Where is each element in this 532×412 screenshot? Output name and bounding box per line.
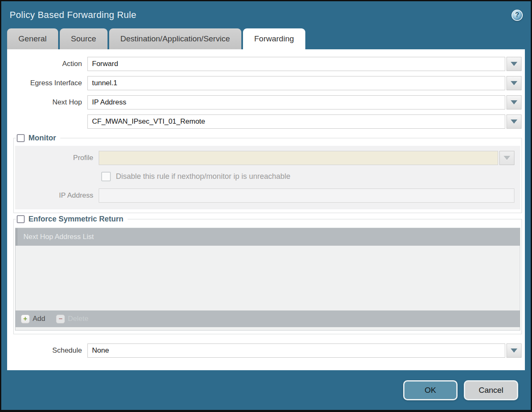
next-hop-type-select[interactable]: IP Address: [87, 95, 505, 109]
monitor-profile-row: Profile: [15, 151, 514, 165]
schedule-row: Schedule None: [7, 343, 525, 358]
symmetric-return-legend: Enforce Symmetric Return: [16, 215, 128, 224]
monitor-ip-input: [99, 188, 514, 203]
egress-interface-select[interactable]: tunnel.1: [87, 76, 505, 90]
monitor-ip-row: IP Address: [15, 188, 514, 203]
next-hop-address-row: CF_MWAN_IPsec_VTI_01_Remote: [7, 114, 525, 129]
egress-interface-dropdown-button[interactable]: [506, 76, 522, 90]
dialog-title: Policy Based Forwarding Rule: [10, 10, 136, 20]
policy-based-forwarding-dialog: Policy Based Forwarding Rule ? General S…: [0, 0, 532, 412]
table-bottom-strip: [15, 327, 520, 330]
schedule-value: None: [92, 346, 109, 355]
chevron-down-icon: [511, 62, 517, 66]
chevron-down-icon: [511, 81, 517, 85]
next-hop-type-value: IP Address: [92, 98, 126, 107]
next-hop-address-table: Next Hop Address List + Add − Delete: [15, 228, 520, 331]
help-icon[interactable]: ?: [512, 10, 523, 21]
monitor-panel: Profile Disable this rule if nexthop/mon…: [15, 146, 520, 209]
egress-interface-value: tunnel.1: [92, 79, 118, 87]
action-label: Action: [7, 57, 87, 71]
profile-label: Profile: [15, 151, 99, 165]
add-button[interactable]: + Add: [21, 315, 45, 323]
titlebar: Policy Based Forwarding Rule ?: [1, 1, 531, 27]
forwarding-tab-panel: Action Forward Egress Interface tunnel.1…: [7, 49, 525, 370]
next-hop-address-dropdown-button[interactable]: [506, 114, 522, 129]
disable-rule-label: Disable this rule if nexthop/monitor ip …: [116, 172, 290, 181]
minus-icon: −: [56, 315, 65, 323]
action-select[interactable]: Forward: [87, 57, 505, 71]
chevron-down-icon: [511, 348, 517, 353]
tab-forwarding[interactable]: Forwarding: [243, 28, 305, 49]
plus-glyph: +: [23, 315, 27, 322]
action-row: Action Forward: [7, 57, 525, 71]
next-hop-type-dropdown-button[interactable]: [506, 95, 522, 109]
next-hop-address-list-header: Next Hop Address List: [15, 228, 520, 246]
ok-button[interactable]: OK: [403, 380, 458, 400]
monitor-group: Monitor Profile Disable this rule if nex…: [13, 134, 522, 213]
chevron-down-icon: [511, 120, 517, 124]
disable-rule-row: Disable this rule if nexthop/monitor ip …: [101, 171, 514, 182]
cancel-button[interactable]: Cancel: [464, 380, 518, 400]
plus-icon: +: [21, 315, 30, 323]
chevron-down-icon: [504, 156, 510, 160]
symmetric-return-group: Enforce Symmetric Return Next Hop Addres…: [13, 215, 522, 334]
disable-rule-checkbox: [101, 172, 111, 181]
profile-dropdown-button: [499, 151, 514, 165]
schedule-label: Schedule: [7, 343, 87, 358]
monitor-legend: Monitor: [16, 134, 60, 142]
next-hop-address-value: CF_MWAN_IPsec_VTI_01_Remote: [92, 117, 205, 126]
tab-source[interactable]: Source: [60, 28, 107, 49]
schedule-select[interactable]: None: [87, 343, 505, 358]
next-hop-address-spacer: [7, 114, 87, 129]
monitor-ip-label: IP Address: [15, 188, 99, 203]
next-hop-row: Next Hop IP Address: [7, 95, 525, 109]
next-hop-address-list-body[interactable]: [15, 246, 520, 310]
profile-select: [99, 151, 498, 165]
tab-general[interactable]: General: [7, 28, 58, 49]
symmetric-return-checkbox[interactable]: [17, 215, 25, 223]
symmetric-return-legend-label: Enforce Symmetric Return: [28, 215, 123, 224]
chevron-down-icon: [511, 100, 517, 104]
schedule-dropdown-button[interactable]: [506, 343, 522, 358]
egress-interface-label: Egress Interface: [7, 76, 87, 90]
next-hop-label: Next Hop: [7, 95, 87, 109]
egress-interface-row: Egress Interface tunnel.1: [7, 76, 525, 90]
dialog-footer: OK Cancel: [1, 370, 531, 410]
add-button-label: Add: [33, 315, 45, 323]
next-hop-address-list-toolbar: + Add − Delete: [15, 310, 520, 327]
minus-glyph: −: [59, 315, 62, 322]
delete-button-label: Delete: [68, 315, 88, 323]
delete-button: − Delete: [56, 315, 88, 323]
tab-bar: General Source Destination/Application/S…: [1, 27, 531, 49]
action-dropdown-button[interactable]: [506, 57, 522, 71]
action-value: Forward: [92, 60, 118, 68]
next-hop-address-select[interactable]: CF_MWAN_IPsec_VTI_01_Remote: [87, 114, 505, 129]
monitor-legend-label: Monitor: [28, 134, 56, 142]
tab-destination-application-service[interactable]: Destination/Application/Service: [109, 28, 241, 49]
monitor-checkbox[interactable]: [17, 134, 25, 142]
